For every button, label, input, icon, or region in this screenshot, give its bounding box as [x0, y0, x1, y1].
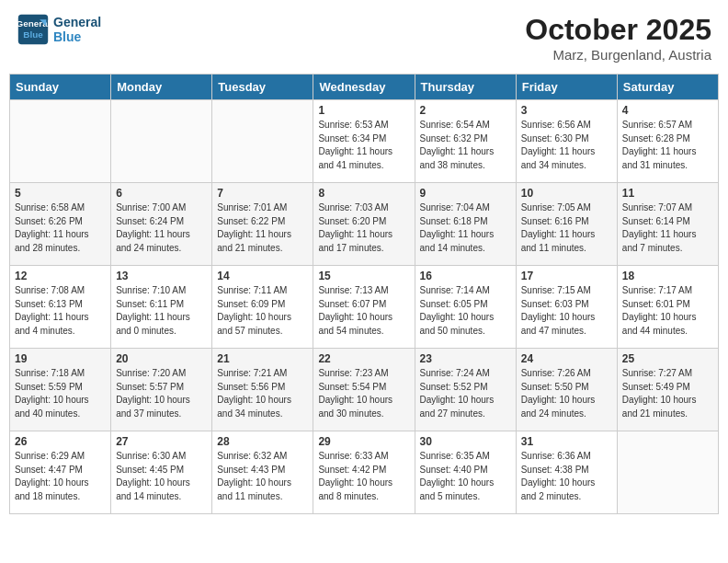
day-info: Sunrise: 6:57 AM Sunset: 6:28 PM Dayligh…: [622, 119, 713, 172]
calendar-body: 1Sunrise: 6:53 AM Sunset: 6:34 PM Daylig…: [10, 100, 719, 514]
page-header: General Blue General Blue October 2025 M…: [9, 9, 719, 66]
day-cell: 18Sunrise: 7:17 AM Sunset: 6:01 PM Dayli…: [617, 266, 718, 349]
week-row-4: 19Sunrise: 7:18 AM Sunset: 5:59 PM Dayli…: [10, 349, 719, 431]
day-info: Sunrise: 7:14 AM Sunset: 6:05 PM Dayligh…: [420, 284, 511, 338]
day-cell: 28Sunrise: 6:32 AM Sunset: 4:43 PM Dayli…: [212, 431, 313, 514]
logo: General Blue General Blue: [17, 13, 101, 46]
calendar-table: SundayMondayTuesdayWednesdayThursdayFrid…: [9, 74, 719, 514]
day-info: Sunrise: 7:03 AM Sunset: 6:20 PM Dayligh…: [318, 201, 409, 255]
day-number: 2: [420, 104, 511, 117]
day-number: 12: [15, 270, 106, 282]
day-number: 18: [622, 270, 713, 282]
day-info: Sunrise: 7:00 AM Sunset: 6:24 PM Dayligh…: [116, 201, 207, 255]
day-info: Sunrise: 7:01 AM Sunset: 6:22 PM Dayligh…: [217, 201, 308, 255]
day-number: 9: [420, 187, 511, 200]
day-info: Sunrise: 7:10 AM Sunset: 6:11 PM Dayligh…: [116, 284, 207, 338]
week-row-1: 1Sunrise: 6:53 AM Sunset: 6:34 PM Daylig…: [10, 100, 719, 183]
logo-text: General Blue: [53, 15, 101, 44]
day-info: Sunrise: 7:07 AM Sunset: 6:14 PM Dayligh…: [622, 201, 713, 255]
week-row-2: 5Sunrise: 6:58 AM Sunset: 6:26 PM Daylig…: [10, 183, 719, 266]
day-info: Sunrise: 6:53 AM Sunset: 6:34 PM Dayligh…: [318, 119, 409, 172]
day-info: Sunrise: 7:15 AM Sunset: 6:03 PM Dayligh…: [521, 284, 612, 338]
day-info: Sunrise: 7:11 AM Sunset: 6:09 PM Dayligh…: [217, 284, 308, 338]
header-cell-wednesday: Wednesday: [313, 75, 415, 100]
day-number: 13: [116, 270, 207, 282]
location-subtitle: Marz, Burgenland, Austria: [525, 47, 711, 63]
day-cell: 25Sunrise: 7:27 AM Sunset: 5:49 PM Dayli…: [617, 349, 718, 431]
day-number: 1: [318, 104, 409, 117]
day-cell: 5Sunrise: 6:58 AM Sunset: 6:26 PM Daylig…: [10, 183, 111, 266]
day-number: 31: [521, 435, 612, 448]
day-info: Sunrise: 6:54 AM Sunset: 6:32 PM Dayligh…: [420, 119, 511, 172]
day-cell: [212, 100, 313, 183]
day-cell: 29Sunrise: 6:33 AM Sunset: 4:42 PM Dayli…: [313, 431, 415, 514]
day-number: 6: [116, 187, 207, 200]
day-info: Sunrise: 6:30 AM Sunset: 4:45 PM Dayligh…: [116, 450, 207, 503]
day-info: Sunrise: 6:56 AM Sunset: 6:30 PM Dayligh…: [521, 119, 612, 172]
day-info: Sunrise: 6:32 AM Sunset: 4:43 PM Dayligh…: [217, 450, 308, 503]
logo-icon: General Blue: [17, 13, 50, 46]
week-row-5: 26Sunrise: 6:29 AM Sunset: 4:47 PM Dayli…: [10, 431, 719, 514]
day-number: 7: [217, 187, 308, 200]
day-cell: [10, 100, 111, 183]
day-number: 17: [521, 270, 612, 282]
day-cell: 22Sunrise: 7:23 AM Sunset: 5:54 PM Dayli…: [313, 349, 415, 431]
day-cell: 9Sunrise: 7:04 AM Sunset: 6:18 PM Daylig…: [415, 183, 516, 266]
day-number: 28: [217, 435, 308, 448]
day-cell: 26Sunrise: 6:29 AM Sunset: 4:47 PM Dayli…: [10, 431, 111, 514]
day-number: 14: [217, 270, 308, 282]
day-info: Sunrise: 7:13 AM Sunset: 6:07 PM Dayligh…: [318, 284, 409, 338]
day-cell: 13Sunrise: 7:10 AM Sunset: 6:11 PM Dayli…: [111, 266, 212, 349]
day-number: 19: [15, 352, 106, 365]
day-cell: 21Sunrise: 7:21 AM Sunset: 5:56 PM Dayli…: [212, 349, 313, 431]
day-cell: 1Sunrise: 6:53 AM Sunset: 6:34 PM Daylig…: [313, 100, 415, 183]
day-number: 10: [521, 187, 612, 200]
day-cell: 16Sunrise: 7:14 AM Sunset: 6:05 PM Dayli…: [415, 266, 516, 349]
day-info: Sunrise: 7:23 AM Sunset: 5:54 PM Dayligh…: [318, 367, 409, 420]
day-cell: 10Sunrise: 7:05 AM Sunset: 6:16 PM Dayli…: [516, 183, 617, 266]
day-cell: 30Sunrise: 6:35 AM Sunset: 4:40 PM Dayli…: [415, 431, 516, 514]
day-info: Sunrise: 7:04 AM Sunset: 6:18 PM Dayligh…: [420, 201, 511, 255]
day-cell: 23Sunrise: 7:24 AM Sunset: 5:52 PM Dayli…: [415, 349, 516, 431]
day-number: 24: [521, 352, 612, 365]
day-number: 22: [318, 352, 409, 365]
day-number: 26: [15, 435, 106, 448]
header-cell-monday: Monday: [111, 75, 212, 100]
header-cell-saturday: Saturday: [617, 75, 718, 100]
day-number: 4: [622, 104, 713, 117]
day-cell: 8Sunrise: 7:03 AM Sunset: 6:20 PM Daylig…: [313, 183, 415, 266]
day-info: Sunrise: 7:08 AM Sunset: 6:13 PM Dayligh…: [15, 284, 106, 338]
day-number: 23: [420, 352, 511, 365]
header-cell-thursday: Thursday: [415, 75, 516, 100]
month-title: October 2025: [525, 13, 711, 47]
day-cell: 3Sunrise: 6:56 AM Sunset: 6:30 PM Daylig…: [516, 100, 617, 183]
day-info: Sunrise: 7:24 AM Sunset: 5:52 PM Dayligh…: [420, 367, 511, 420]
day-number: 8: [318, 187, 409, 200]
day-cell: 27Sunrise: 6:30 AM Sunset: 4:45 PM Dayli…: [111, 431, 212, 514]
day-number: 3: [521, 104, 612, 117]
week-row-3: 12Sunrise: 7:08 AM Sunset: 6:13 PM Dayli…: [10, 266, 719, 349]
header-row: SundayMondayTuesdayWednesdayThursdayFrid…: [10, 75, 719, 100]
day-info: Sunrise: 7:05 AM Sunset: 6:16 PM Dayligh…: [521, 201, 612, 255]
day-info: Sunrise: 7:21 AM Sunset: 5:56 PM Dayligh…: [217, 367, 308, 420]
day-number: 11: [622, 187, 713, 200]
day-cell: 7Sunrise: 7:01 AM Sunset: 6:22 PM Daylig…: [212, 183, 313, 266]
day-info: Sunrise: 7:17 AM Sunset: 6:01 PM Dayligh…: [622, 284, 713, 338]
day-cell: 19Sunrise: 7:18 AM Sunset: 5:59 PM Dayli…: [10, 349, 111, 431]
day-number: 30: [420, 435, 511, 448]
day-number: 25: [622, 352, 713, 365]
day-info: Sunrise: 6:35 AM Sunset: 4:40 PM Dayligh…: [420, 450, 511, 503]
day-cell: 6Sunrise: 7:00 AM Sunset: 6:24 PM Daylig…: [111, 183, 212, 266]
day-cell: 15Sunrise: 7:13 AM Sunset: 6:07 PM Dayli…: [313, 266, 415, 349]
day-info: Sunrise: 7:18 AM Sunset: 5:59 PM Dayligh…: [15, 367, 106, 420]
day-info: Sunrise: 6:58 AM Sunset: 6:26 PM Dayligh…: [15, 201, 106, 255]
title-area: October 2025 Marz, Burgenland, Austria: [525, 13, 711, 63]
day-number: 5: [15, 187, 106, 200]
day-info: Sunrise: 7:26 AM Sunset: 5:50 PM Dayligh…: [521, 367, 612, 420]
header-cell-sunday: Sunday: [10, 75, 111, 100]
day-number: 16: [420, 270, 511, 282]
day-cell: 17Sunrise: 7:15 AM Sunset: 6:03 PM Dayli…: [516, 266, 617, 349]
day-cell: [111, 100, 212, 183]
day-cell: 2Sunrise: 6:54 AM Sunset: 6:32 PM Daylig…: [415, 100, 516, 183]
day-info: Sunrise: 6:29 AM Sunset: 4:47 PM Dayligh…: [15, 450, 106, 503]
